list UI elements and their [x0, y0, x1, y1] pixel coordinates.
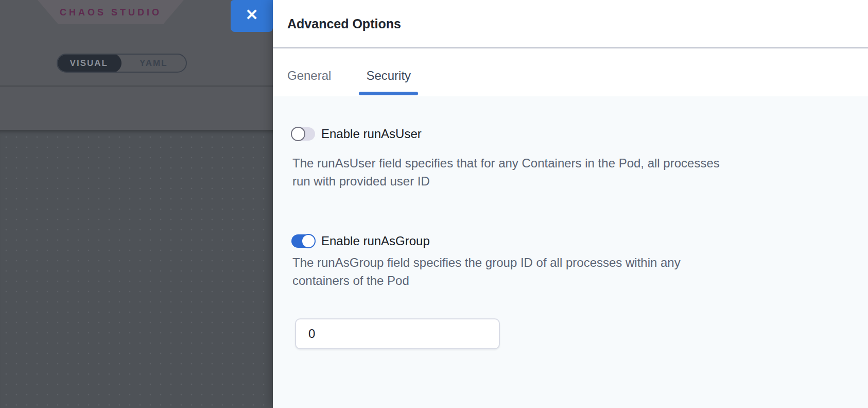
drawer-tabs: General Security: [287, 61, 411, 96]
run-as-group-toggle[interactable]: [291, 234, 315, 248]
close-drawer-button[interactable]: ✕: [231, 0, 273, 32]
run-as-group-value-input[interactable]: [295, 318, 500, 349]
toggle-knob: [301, 234, 316, 248]
brand-title: CHAOS STUDIO: [60, 6, 162, 18]
run-as-group-label: Enable runAsGroup: [321, 234, 430, 248]
security-tab-panel: Enable runAsUser The runAsUser field spe…: [273, 96, 868, 408]
dimmed-background-page: CHAOS STUDIO VISUAL YAML: [0, 0, 273, 408]
visual-tab-label: VISUAL: [70, 58, 108, 69]
visual-yaml-toggle[interactable]: VISUAL YAML: [57, 54, 187, 73]
run-as-user-label: Enable runAsUser: [321, 127, 422, 141]
visual-tab[interactable]: VISUAL: [57, 54, 121, 73]
run-as-user-toggle[interactable]: [291, 127, 315, 141]
drawer-header: Advanced Options: [273, 0, 868, 48]
close-icon: ✕: [245, 7, 258, 25]
yaml-tab-label: YAML: [140, 58, 168, 69]
tab-general[interactable]: General: [287, 61, 331, 95]
workflow-canvas: [0, 130, 273, 408]
tab-security[interactable]: Security: [366, 61, 411, 95]
drawer-title: Advanced Options: [287, 16, 401, 31]
advanced-options-drawer: Advanced Options General Security Enable…: [273, 0, 868, 408]
brand-banner: CHAOS STUDIO: [38, 0, 184, 24]
run-as-user-row: Enable runAsUser: [291, 127, 422, 141]
run-as-user-description: The runAsUser field specifies that for a…: [292, 154, 838, 190]
run-as-group-description: The runAsGroup field specifies the group…: [292, 253, 838, 290]
canvas-toolbar: [0, 88, 273, 130]
yaml-tab[interactable]: YAML: [121, 55, 186, 72]
toggle-knob: [291, 127, 305, 141]
run-as-group-row: Enable runAsGroup: [291, 234, 430, 248]
